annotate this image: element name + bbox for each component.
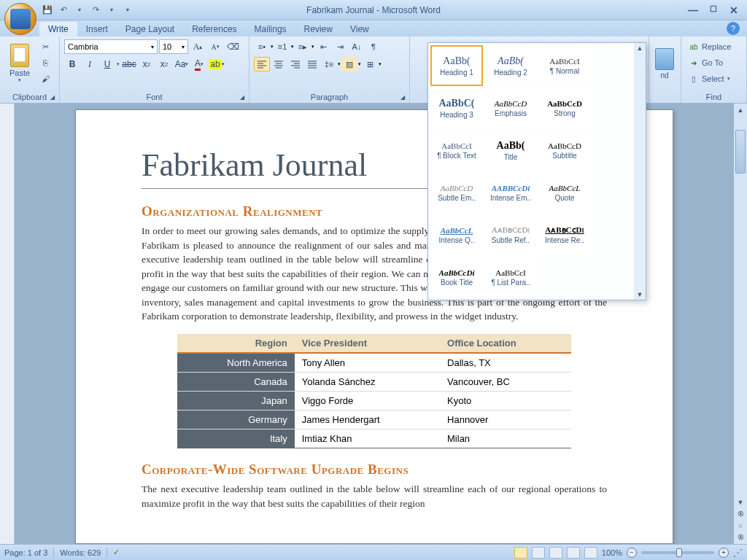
next-page-icon[interactable]: ⦿ <box>736 532 746 542</box>
font-size-combo[interactable]: 10▾ <box>159 39 188 54</box>
redo-icon[interactable]: ↷ <box>89 4 102 17</box>
full-screen-view-button[interactable] <box>532 547 545 559</box>
status-proofing-icon[interactable]: ✓ <box>113 548 120 557</box>
change-styles-button[interactable]: nd <box>651 39 678 88</box>
style-strong[interactable]: AaBbCcDStrong <box>538 88 591 128</box>
tab-write[interactable]: Write <box>39 22 77 36</box>
style--list-para-[interactable]: AaBbCcI¶ List Para.. <box>484 257 537 298</box>
shrink-font-icon[interactable]: A▾ <box>207 39 223 54</box>
style-heading-3[interactable]: AaBbC(Heading 3 <box>430 88 483 128</box>
maximize-button[interactable]: ☐ <box>708 4 719 16</box>
scroll-thumb[interactable] <box>735 130 746 174</box>
clipboard-dialog-launcher[interactable]: ◢ <box>48 93 57 101</box>
font-name-combo[interactable]: Cambria▾ <box>64 39 158 54</box>
sort-button[interactable]: A↓ <box>349 39 365 54</box>
paragraph-dialog-launcher[interactable]: ◢ <box>398 93 407 101</box>
tab-mailings[interactable]: Mailings <box>246 22 295 36</box>
style-title[interactable]: AaBb(Title <box>484 130 537 171</box>
bullets-button[interactable]: ≡• <box>254 39 270 54</box>
numbering-button[interactable]: ≡1 <box>274 39 290 54</box>
increase-indent-button[interactable]: ⇥ <box>332 39 348 54</box>
borders-button[interactable]: ⊞ <box>362 57 378 71</box>
browse-object-icon[interactable]: ○ <box>737 521 743 531</box>
prev-page-icon[interactable]: ⦿ <box>736 509 746 519</box>
tab-insert[interactable]: Insert <box>77 22 117 36</box>
zoom-out-button[interactable]: − <box>627 548 637 558</box>
paste-button[interactable]: Paste ▾ <box>4 39 35 88</box>
style-intense-q-[interactable]: AaBbCcLIntense Q.. <box>430 214 483 255</box>
close-button[interactable]: ✕ <box>728 4 740 16</box>
status-words[interactable]: Words: 629 <box>60 548 101 557</box>
redo-dropdown-icon[interactable]: ▾ <box>105 4 118 17</box>
style-emphasis[interactable]: AaBbCcDEmphasis <box>484 88 537 128</box>
style-heading-2[interactable]: AaBb(Heading 2 <box>484 45 537 86</box>
shading-button[interactable]: ▨ <box>341 57 357 71</box>
highlight-button[interactable]: ab▾ <box>209 57 225 71</box>
subscript-button[interactable]: x2 <box>139 57 155 71</box>
style--block-text[interactable]: AaBbCcI¶ Block Text <box>430 130 483 171</box>
tab-review[interactable]: Review <box>295 22 341 36</box>
outline-view-button[interactable] <box>567 547 580 559</box>
zoom-slider-thumb[interactable] <box>676 548 682 557</box>
office-button[interactable] <box>4 3 36 35</box>
tab-references[interactable]: References <box>183 22 245 36</box>
zoom-level[interactable]: 100% <box>602 548 622 557</box>
vertical-ruler[interactable] <box>0 104 15 544</box>
underline-button[interactable]: U <box>99 57 115 71</box>
align-right-button[interactable] <box>287 57 303 71</box>
font-dialog-launcher[interactable]: ◢ <box>238 93 247 101</box>
resize-grip-icon[interactable]: ⋰ <box>733 547 743 558</box>
zoom-slider[interactable] <box>641 551 714 554</box>
style-subtle-em-[interactable]: AaBbCcDSubtle Em.. <box>430 172 483 213</box>
show-marks-button[interactable]: ¶ <box>365 39 382 54</box>
status-page[interactable]: Page: 1 of 3 <box>4 548 47 557</box>
superscript-button[interactable]: x2 <box>156 57 172 71</box>
font-color-button[interactable]: A▾ <box>191 57 207 71</box>
draft-view-button[interactable] <box>584 547 597 559</box>
style-intense-re-[interactable]: AᴀBʙCᴄDiIntense Re.. <box>538 214 591 255</box>
style-quote[interactable]: AaBbCcLQuote <box>538 172 591 213</box>
format-painter-icon[interactable]: 🖌 <box>38 71 53 86</box>
select-button[interactable]: ▯ Select ▾ <box>686 71 734 86</box>
style--normal[interactable]: AaBbCcI¶ Normal <box>538 45 591 86</box>
style-subtle-ref-[interactable]: AᴀBʙCᴄDiSubtle Ref.. <box>484 214 537 255</box>
replace-button[interactable]: ab Replace <box>686 39 734 54</box>
undo-icon[interactable]: ↶ <box>57 4 70 17</box>
zoom-in-button[interactable]: + <box>719 548 729 558</box>
style-subtitle[interactable]: AaBbCcDSubtitle <box>538 130 591 171</box>
save-icon[interactable]: 💾 <box>41 4 54 17</box>
italic-button[interactable]: I <box>82 57 98 71</box>
align-center-button[interactable] <box>271 57 287 71</box>
minimize-button[interactable]: — <box>687 4 699 16</box>
scroll-up-icon[interactable]: ▲ <box>736 105 746 115</box>
tab-page-layout[interactable]: Page Layout <box>117 22 183 36</box>
tab-view[interactable]: View <box>341 22 378 36</box>
web-layout-view-button[interactable] <box>549 547 562 559</box>
align-left-button[interactable] <box>254 57 270 71</box>
line-spacing-button[interactable]: ‡≡ <box>321 57 337 71</box>
justify-button[interactable] <box>304 57 320 71</box>
vertical-scrollbar[interactable]: ▲ ▼ ⦿ ○ ⦿ <box>734 104 747 544</box>
scroll-down-icon[interactable]: ▼ <box>736 497 746 508</box>
style-book-title[interactable]: AaBbCcDiBook Title <box>430 257 483 298</box>
style-name-label: Intense Re.. <box>545 236 584 244</box>
decrease-indent-button[interactable]: ⇤ <box>315 39 331 54</box>
clear-formatting-icon[interactable]: ⌫ <box>225 39 241 54</box>
style-preview: AᴀBʙCᴄDi <box>545 225 584 235</box>
undo-dropdown-icon[interactable]: ▾ <box>73 4 86 17</box>
grow-font-icon[interactable]: A▴ <box>190 39 206 54</box>
change-case-button[interactable]: Aa▾ <box>174 57 190 71</box>
goto-button[interactable]: ➔ Go To <box>686 55 734 70</box>
qat-customize-icon[interactable]: ▾ <box>121 4 134 17</box>
style-intense-em-[interactable]: AABBCcDiIntense Em.. <box>484 172 537 213</box>
styles-scroll-up-icon[interactable]: ▲ <box>637 44 643 52</box>
print-layout-view-button[interactable] <box>514 547 527 559</box>
style-heading-1[interactable]: AaBb(Heading 1 <box>430 45 483 86</box>
multilevel-button[interactable]: ≡▸ <box>295 39 311 54</box>
cut-icon[interactable]: ✂ <box>38 39 53 54</box>
help-button[interactable]: ? <box>727 22 740 35</box>
styles-scroll-down-icon[interactable]: ▼ <box>637 291 643 298</box>
strikethrough-button[interactable]: abc <box>121 57 137 71</box>
bold-button[interactable]: B <box>64 57 80 71</box>
copy-icon[interactable]: ⎘ <box>38 55 53 70</box>
